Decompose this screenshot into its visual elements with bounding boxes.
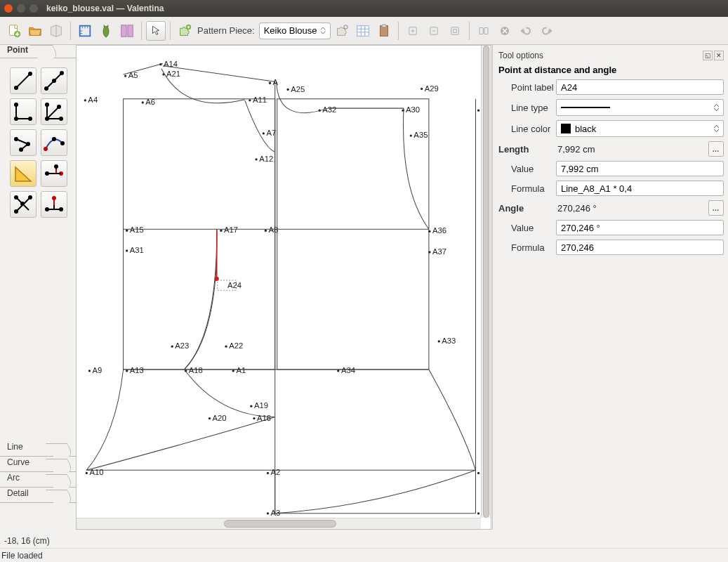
point-label-A15[interactable]: A15 — [130, 226, 144, 234]
window-close-button[interactable] — [4, 4, 13, 13]
point-A27[interactable] — [477, 472, 479, 474]
point-label-A23[interactable]: A23 — [175, 341, 189, 350]
point-A19[interactable] — [250, 405, 252, 407]
point-label-A31[interactable]: A31 — [130, 246, 144, 254]
point-label-A37[interactable]: A37 — [432, 247, 446, 256]
point-label-A22[interactable]: A22 — [229, 341, 243, 350]
zoom-out-button[interactable] — [424, 21, 444, 41]
point-A[interactable] — [269, 82, 271, 84]
line-color-select[interactable]: black — [556, 120, 724, 137]
point-label-A10[interactable]: A10 — [89, 469, 103, 477]
point-label-A4[interactable]: A4 — [88, 96, 98, 104]
length-expand-button[interactable]: … — [708, 141, 724, 157]
point-A1[interactable] — [232, 370, 234, 372]
point-A3[interactable] — [267, 512, 269, 514]
palette-tab-line[interactable]: Line — [0, 441, 76, 457]
point-label-A16[interactable]: A16 — [257, 414, 271, 422]
point-A13[interactable] — [126, 370, 128, 372]
clipboard-button[interactable] — [374, 21, 394, 41]
point-A35[interactable] — [410, 134, 412, 136]
point-A20[interactable] — [209, 417, 211, 419]
point-A16[interactable] — [253, 417, 255, 419]
point-A8[interactable] — [265, 230, 267, 232]
point-A29[interactable] — [421, 88, 423, 90]
point-label-A36[interactable]: A36 — [432, 226, 446, 235]
stop-button[interactable] — [495, 21, 515, 41]
point-A22[interactable] — [225, 346, 227, 348]
palette-tab-detail[interactable]: Detail — [0, 488, 76, 503]
point-label-A1[interactable]: A1 — [236, 366, 246, 374]
point-label-A20[interactable]: A20 — [213, 414, 227, 422]
point-label-A13[interactable]: A13 — [130, 366, 144, 374]
point-A33[interactable] — [438, 340, 440, 342]
point-A18[interactable] — [185, 370, 187, 372]
point-A32[interactable] — [319, 110, 321, 112]
point-label-A24[interactable]: A24 — [227, 281, 241, 289]
point-A2[interactable] — [267, 472, 269, 474]
length-formula-input[interactable] — [556, 181, 724, 196]
new-file-button[interactable] — [4, 21, 24, 41]
point-label-A9[interactable]: A9 — [93, 366, 102, 374]
point-A7[interactable] — [263, 132, 265, 134]
save-file-button[interactable] — [46, 21, 66, 41]
point-A10[interactable] — [86, 472, 88, 474]
point-label-A8[interactable]: A8 — [268, 226, 278, 234]
point-label-A12[interactable]: A12 — [259, 155, 273, 163]
tool-point-on-line[interactable] — [41, 160, 67, 187]
point-A11[interactable] — [249, 99, 251, 101]
panel-undock-button[interactable]: ◱ — [703, 51, 713, 60]
table-options-button[interactable] — [353, 21, 373, 41]
point-A14[interactable] — [159, 63, 161, 65]
canvas-vertical-scrollbar[interactable] — [481, 46, 491, 518]
point-A34[interactable] — [337, 370, 339, 372]
tool-bisector[interactable] — [41, 98, 67, 125]
length-value-input[interactable] — [556, 161, 724, 176]
redo-button[interactable] — [537, 21, 557, 41]
point-label-A14[interactable]: A14 — [164, 60, 178, 68]
palette-tab-point[interactable]: Point — [7, 45, 28, 55]
canvas-horizontal-scrollbar[interactable] — [77, 518, 481, 529]
pattern-piece-select[interactable]: Keiko Blouse — [259, 22, 331, 39]
point-A37[interactable] — [428, 251, 430, 253]
tool-segment[interactable] — [10, 67, 37, 94]
tool-triangle[interactable] — [10, 160, 37, 187]
tool-curved-intersect[interactable] — [41, 129, 67, 156]
tool-shoulder[interactable] — [10, 129, 37, 156]
drawing-canvas[interactable]: A4A5A14A21A6AA25A11A29A26A32A30A7A35A12A… — [77, 46, 491, 532]
point-label-A30[interactable]: A30 — [406, 105, 420, 114]
point-label-A25[interactable]: A25 — [291, 85, 305, 93]
point-A15[interactable] — [126, 230, 128, 232]
zoom-original-button[interactable] — [474, 21, 494, 41]
layout-button[interactable] — [117, 21, 137, 41]
palette-tab-arc[interactable]: Arc — [0, 472, 76, 488]
tool-perpendicular[interactable] — [10, 98, 37, 125]
point-A9[interactable] — [88, 370, 91, 372]
point-A21[interactable] — [162, 73, 164, 75]
point-label-A11[interactable]: A11 — [253, 96, 267, 104]
point-A30[interactable] — [402, 110, 404, 112]
point-A23[interactable] — [171, 346, 173, 348]
point-label-A33[interactable]: A33 — [442, 336, 456, 345]
body-icon-button[interactable] — [96, 21, 116, 41]
point-label-A5[interactable]: A5 — [128, 71, 138, 79]
point-label-A7[interactable]: A7 — [266, 129, 276, 137]
point-A6[interactable] — [142, 101, 144, 103]
angle-expand-button[interactable]: … — [708, 200, 724, 216]
point-A12[interactable] — [255, 158, 257, 160]
zoom-fit-button[interactable] — [445, 21, 465, 41]
point-label-input[interactable] — [556, 79, 724, 95]
window-minimize-button[interactable] — [17, 4, 25, 13]
point-label-A35[interactable]: A35 — [413, 131, 428, 139]
point-label-A32[interactable]: A32 — [322, 105, 336, 114]
point-A5[interactable] — [124, 74, 126, 77]
tool-point-intersection-red[interactable] — [41, 191, 67, 218]
point-label-A18[interactable]: A18 — [189, 366, 203, 374]
point-A28[interactable] — [477, 512, 479, 514]
tool-intersection[interactable] — [10, 191, 37, 218]
point-A4[interactable] — [84, 99, 86, 101]
point-A25[interactable] — [286, 89, 289, 91]
palette-tab-curve[interactable]: Curve — [0, 457, 76, 472]
point-label-A19[interactable]: A19 — [254, 401, 268, 410]
point-A17[interactable] — [220, 230, 222, 232]
open-file-button[interactable] — [25, 21, 45, 41]
